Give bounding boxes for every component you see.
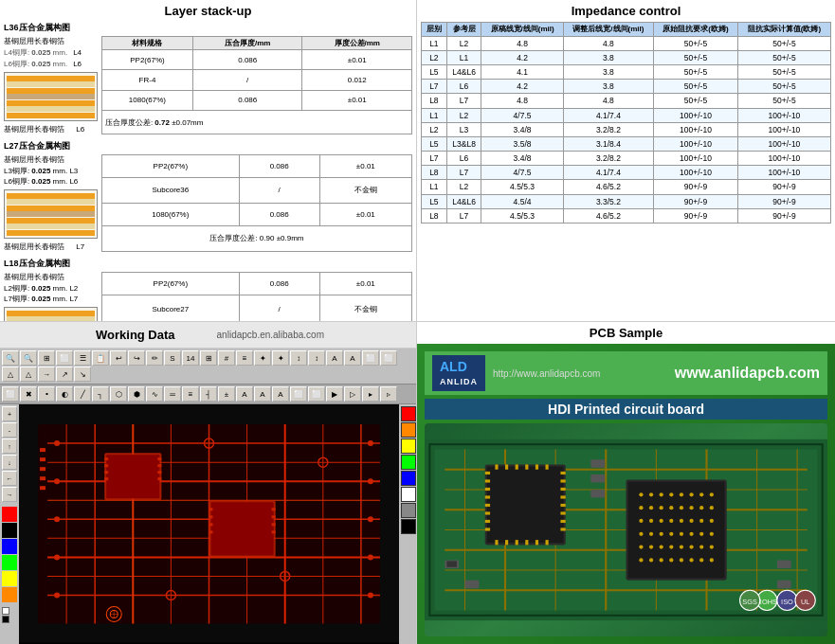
wd-tool2-play3[interactable]: ▸ bbox=[362, 386, 379, 402]
wd-tool-A2[interactable]: A bbox=[344, 350, 361, 366]
svg-point-154 bbox=[649, 558, 653, 562]
wd-tool-sq1[interactable]: ⬜ bbox=[362, 350, 379, 366]
wd-tool-sq2[interactable]: ⬜ bbox=[380, 350, 397, 366]
wd-tool2-dot[interactable]: ∘ bbox=[38, 386, 55, 402]
svg-rect-54 bbox=[40, 448, 45, 452]
wd-tool2-corner[interactable]: ┐ bbox=[92, 386, 109, 402]
wd-tool-star2[interactable]: ✦ bbox=[272, 350, 289, 366]
wd-tool-redo[interactable]: ↪ bbox=[128, 350, 145, 366]
wd-tool2-play2[interactable]: ▷ bbox=[344, 386, 361, 402]
wd-tool-tri2[interactable]: △ bbox=[20, 367, 37, 382]
wd-tool2-lines[interactable]: ≡ bbox=[182, 386, 199, 402]
palette-blue[interactable] bbox=[401, 471, 416, 486]
svg-rect-28 bbox=[157, 471, 161, 474]
wd-tool2-Aa1[interactable]: A bbox=[236, 386, 253, 402]
wd-tool2-hex1[interactable]: ⬡ bbox=[110, 386, 127, 402]
table-row: L7L63.4/83.2/8.2100+/-10100+/-10 bbox=[422, 152, 831, 166]
wd-left-btn-2[interactable]: - bbox=[2, 422, 17, 438]
wd-tool2-dbl[interactable]: ═ bbox=[164, 386, 181, 402]
svg-rect-92 bbox=[560, 479, 565, 482]
svg-rect-90 bbox=[485, 528, 490, 530]
wd-color-yellow[interactable] bbox=[2, 571, 17, 586]
palette-green[interactable] bbox=[401, 455, 416, 470]
palette-yellow[interactable] bbox=[401, 438, 416, 454]
main-container: Layer stack-up L36压合金属构图 基铜层用长春铜箔 L4铜厚: … bbox=[0, 0, 835, 644]
svg-text:UL: UL bbox=[801, 598, 810, 606]
pcb-logo-box: ALD ANLIDA bbox=[432, 355, 485, 391]
wd-tool2-wave[interactable]: ∿ bbox=[146, 386, 163, 402]
wd-tool-tri1[interactable]: △ bbox=[2, 367, 19, 382]
wd-color-red[interactable] bbox=[2, 507, 17, 522]
svg-point-131 bbox=[660, 519, 663, 523]
stackup-group-L18: L18压合金属构图 基铜层用长春铜箔 L2铜厚: 0.025 mm. L2 L7… bbox=[4, 258, 412, 321]
svg-point-124 bbox=[669, 506, 673, 510]
pcb-logo-ald: ALD bbox=[440, 359, 467, 374]
svg-rect-89 bbox=[485, 520, 490, 523]
wd-tool2-box1[interactable]: ⬜ bbox=[290, 386, 307, 402]
wd-left-btn-3[interactable]: ↑ bbox=[2, 438, 17, 454]
wd-tool-cursor2[interactable]: ↘ bbox=[74, 367, 91, 382]
wd-color-blue[interactable] bbox=[2, 539, 17, 554]
wd-tool-14[interactable]: 14 bbox=[182, 350, 199, 366]
wd-pcb-canvas[interactable] bbox=[19, 404, 399, 644]
wd-tool2-x[interactable]: ✖ bbox=[20, 386, 37, 402]
wd-tool-copy[interactable]: 📋 bbox=[92, 350, 109, 366]
palette-white[interactable] bbox=[401, 487, 416, 502]
wd-small-black bbox=[2, 616, 9, 623]
wd-tool-s[interactable]: S bbox=[164, 350, 181, 366]
wd-tool2-diag[interactable]: ╱ bbox=[74, 386, 91, 402]
wd-tool2-tab[interactable]: ┤ bbox=[200, 386, 217, 402]
palette-orange[interactable] bbox=[401, 422, 416, 438]
wd-tool-cursor1[interactable]: ↗ bbox=[56, 367, 73, 382]
wd-toolbar-row1: 🔍 🔍 ⊞ ⬜ ☰ 📋 ↩ ↪ ✏ S 14 ⊞ # ≡ ✦ ✦ ↕ ↕ A A bbox=[0, 349, 416, 385]
wd-tool-box1[interactable]: ⬜ bbox=[56, 350, 73, 366]
palette-red[interactable] bbox=[401, 406, 416, 421]
wd-tool-hash[interactable]: # bbox=[218, 350, 235, 366]
wd-tool-arrows2[interactable]: ↕ bbox=[308, 350, 325, 366]
wd-tool-undo[interactable]: ↩ bbox=[110, 350, 127, 366]
wd-tool-pencil[interactable]: ✏ bbox=[146, 350, 163, 366]
wd-tool2-pm[interactable]: ± bbox=[218, 386, 235, 402]
svg-point-113 bbox=[639, 492, 643, 496]
L18-diagram: 基铜层用长春铜箔 L2铜厚: 0.025 mm. L2 L7铜厚: 0.025 … bbox=[4, 272, 98, 321]
wd-tool-zoom-fit[interactable]: ⊞ bbox=[38, 350, 55, 366]
palette-gray[interactable] bbox=[401, 503, 416, 518]
wd-tool2-half[interactable]: ◐ bbox=[56, 386, 73, 402]
wd-left-btn-5[interactable]: ← bbox=[2, 471, 17, 486]
wd-left-btn-1[interactable]: + bbox=[2, 406, 17, 421]
svg-point-48 bbox=[368, 554, 373, 560]
svg-point-140 bbox=[669, 532, 673, 536]
wd-tool-zoom-out[interactable]: 🔍 bbox=[20, 350, 37, 366]
svg-point-155 bbox=[660, 558, 663, 562]
imp-th-req: 原始阻抗要求(欧姆) bbox=[654, 23, 738, 37]
wd-tool-grid[interactable]: ⊞ bbox=[200, 350, 217, 366]
wd-tool2-box2[interactable]: ⬜ bbox=[308, 386, 325, 402]
svg-point-46 bbox=[368, 478, 373, 484]
wd-tool-A1[interactable]: A bbox=[326, 350, 343, 366]
imp-th-orig: 原稿线宽/线间(mil) bbox=[481, 23, 563, 37]
palette-black[interactable] bbox=[401, 519, 416, 534]
wd-left-btn-6[interactable]: → bbox=[2, 487, 17, 502]
wd-left-btn-4[interactable]: ↓ bbox=[2, 455, 17, 470]
wd-tool2-hex2[interactable]: ⬢ bbox=[128, 386, 145, 402]
wd-tool2-Aa3[interactable]: A bbox=[272, 386, 289, 402]
wd-tool-arrow[interactable]: → bbox=[38, 367, 55, 382]
wd-color-orange[interactable] bbox=[2, 587, 17, 602]
wd-header-bar: Working Data anlidapcb.en.alibaba.com bbox=[0, 322, 416, 349]
svg-rect-164 bbox=[590, 459, 605, 468]
wd-tool2-Aa2[interactable]: A bbox=[254, 386, 271, 402]
wd-tool2-play4[interactable]: ▹ bbox=[380, 386, 397, 402]
wd-tool-zoom-in[interactable]: 🔍 bbox=[2, 350, 19, 366]
wd-color-green[interactable] bbox=[2, 555, 17, 570]
wd-tool-lines[interactable]: ≡ bbox=[236, 350, 253, 366]
wd-color-black[interactable] bbox=[2, 523, 17, 538]
svg-point-43 bbox=[54, 554, 60, 560]
wd-tool-box2[interactable]: ☰ bbox=[74, 350, 91, 366]
wd-tool-star1[interactable]: ✦ bbox=[254, 350, 271, 366]
wd-tool2-play1[interactable]: ▶ bbox=[326, 386, 343, 402]
svg-point-115 bbox=[660, 492, 663, 496]
wd-tool2-1[interactable]: ⬜ bbox=[2, 386, 19, 402]
wd-tool-arrows1[interactable]: ↕ bbox=[290, 350, 307, 366]
pcb-logo-anlida: ANLIDA bbox=[440, 377, 478, 386]
working-data-title: Working Data bbox=[92, 324, 179, 346]
